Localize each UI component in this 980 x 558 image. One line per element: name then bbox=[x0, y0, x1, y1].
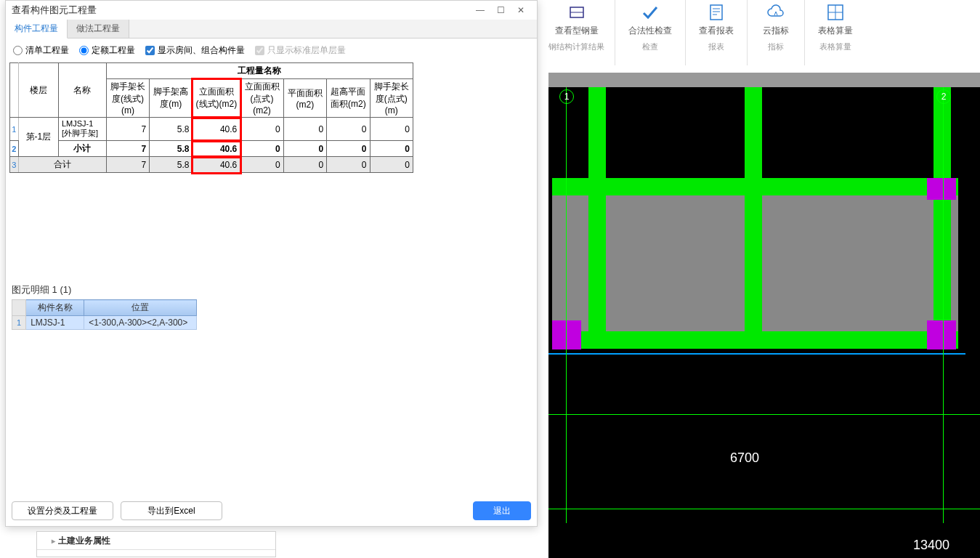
col-elev-line[interactable]: 立面面积(线式)(m2) bbox=[193, 79, 240, 118]
steel-icon bbox=[567, 3, 586, 22]
prop-group-civil[interactable]: ▸ 土建业务属性 bbox=[37, 532, 275, 550]
minimize-icon[interactable]: — bbox=[470, 3, 490, 17]
view-steel-btn[interactable]: 查看型钢量 bbox=[552, 0, 602, 37]
detail-row[interactable]: 1 LMJSJ-1 <1-300,A-300><2,A-300> bbox=[12, 316, 197, 330]
col-scaffold-h[interactable]: 脚手架高度(m) bbox=[150, 79, 193, 118]
chevron-right-icon: ▸ bbox=[52, 537, 55, 545]
col-scaffold-pt[interactable]: 脚手架长度(点式)(m) bbox=[370, 79, 413, 118]
table-row-total[interactable]: 3 合计 7 5.8 40.6 0 0 0 0 bbox=[10, 157, 413, 173]
table-row[interactable]: 1 第-1层 LMJSJ-1 [外脚手架] 7 5.8 40.6 0 0 0 0 bbox=[10, 118, 413, 141]
col-floor[interactable]: 楼层 bbox=[18, 63, 58, 118]
view-report-btn[interactable]: 查看报表 bbox=[696, 0, 737, 37]
radio-list-qty[interactable]: 清单工程量 bbox=[13, 44, 69, 57]
col-super-plan[interactable]: 超高平面面积(m2) bbox=[327, 79, 370, 118]
maximize-icon[interactable]: ☐ bbox=[490, 3, 511, 17]
ribbon-sublabel: 钢结构计算结果 bbox=[548, 41, 604, 52]
property-panel[interactable]: ▸ 土建业务属性 bbox=[36, 531, 276, 557]
svg-rect-2 bbox=[710, 5, 722, 20]
cloud-index-btn[interactable]: 云指标 bbox=[758, 0, 794, 37]
validity-check-btn[interactable]: 合法性检查 bbox=[625, 0, 675, 37]
grid-marker-2: 2 bbox=[936, 89, 951, 104]
ribbon-sublabel: 报表 bbox=[696, 41, 737, 52]
col-name[interactable]: 名称 bbox=[58, 63, 106, 118]
grid-icon bbox=[826, 3, 845, 22]
dimension-13400: 13400 bbox=[913, 538, 949, 553]
col-comp-name[interactable]: 构件名称 bbox=[26, 300, 84, 316]
table-row-subtotal[interactable]: 2 小计 7 5.8 40.6 0 0 0 0 bbox=[10, 141, 413, 157]
dialog-title: 查看构件图元工程量 bbox=[12, 4, 470, 17]
close-icon[interactable]: ✕ bbox=[511, 3, 531, 17]
set-classification-button[interactable]: 设置分类及工程量 bbox=[12, 501, 113, 520]
dimension-6700: 6700 bbox=[730, 450, 759, 466]
check-show-room[interactable]: 显示房间、组合构件量 bbox=[145, 44, 245, 57]
col-qty-super: 工程量名称 bbox=[106, 63, 413, 79]
detail-title: 图元明细 1 (1) bbox=[12, 283, 531, 296]
options-bar: 清单工程量 定额工程量 显示房间、组合构件量 只显示标准层单层量 bbox=[6, 39, 537, 62]
col-plan[interactable]: 平面面积(m2) bbox=[283, 79, 326, 118]
tab-method-qty[interactable]: 做法工程量 bbox=[68, 20, 129, 38]
grid-marker-1: 1 bbox=[559, 89, 574, 104]
col-scaffold-len[interactable]: 脚手架长度(线式)(m) bbox=[106, 79, 149, 118]
ribbon-sublabel: 指标 bbox=[758, 41, 794, 52]
report-icon bbox=[707, 3, 726, 22]
ribbon-sublabel: 检查 bbox=[625, 41, 675, 52]
check-std-floor: 只显示标准层单层量 bbox=[255, 44, 346, 57]
quantity-table[interactable]: 楼层 名称 工程量名称 脚手架长度(线式)(m) 脚手架高度(m) 立面面积(线… bbox=[9, 62, 413, 173]
detail-table[interactable]: 构件名称 位置 1 LMJSJ-1 <1-300,A-300><2,A-300> bbox=[12, 299, 197, 330]
ribbon-sublabel: 表格算量 bbox=[815, 41, 856, 52]
radio-quota-qty[interactable]: 定额工程量 bbox=[79, 44, 135, 57]
quantity-dialog: 查看构件图元工程量 — ☐ ✕ 构件工程量 做法工程量 清单工程量 定额工程量 … bbox=[5, 0, 538, 527]
table-calc-btn[interactable]: 表格算量 bbox=[815, 0, 856, 37]
cloud-icon bbox=[766, 3, 785, 22]
col-elev-pt[interactable]: 立面面积(点式)(m2) bbox=[240, 79, 283, 118]
export-excel-button[interactable]: 导出到Excel bbox=[121, 501, 222, 520]
exit-button[interactable]: 退出 bbox=[473, 501, 531, 520]
tab-component-qty[interactable]: 构件工程量 bbox=[6, 20, 68, 39]
col-position[interactable]: 位置 bbox=[84, 300, 197, 316]
check-icon bbox=[641, 3, 660, 22]
drawing-canvas[interactable]: 1 2 6700 13400 bbox=[548, 73, 980, 558]
